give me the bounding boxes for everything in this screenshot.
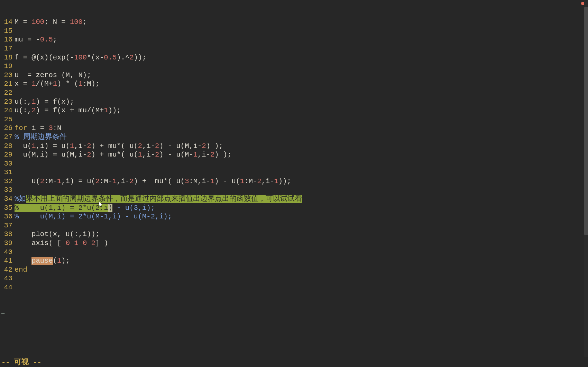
token-num: 1: [274, 177, 278, 185]
code-line[interactable]: 19: [0, 62, 588, 71]
code-line[interactable]: 26for i = 3:N: [0, 124, 588, 133]
token-num: 2: [138, 142, 142, 150]
scrollbar-thumb[interactable]: [584, 7, 588, 235]
code-line[interactable]: 29 u(M,i) = u(M,i-2) + mu*( u(1,i-2) - u…: [0, 150, 588, 159]
line-number: 36: [0, 212, 15, 221]
code-line[interactable]: 25: [0, 115, 588, 124]
line-number: 26: [0, 124, 15, 133]
code-content[interactable]: for i = 3:N: [15, 124, 61, 133]
code-content[interactable]: mu = -0.5;: [15, 35, 57, 44]
token-num: 100: [70, 18, 83, 26]
token-num: 2: [202, 142, 206, 150]
code-line[interactable]: 17: [0, 44, 588, 53]
token-num: 1: [57, 257, 61, 265]
code-content[interactable]: f = @(x)(exp(-100*(x-0.5).^2));: [15, 53, 146, 62]
line-number: 34: [0, 195, 15, 204]
token-num: 0.5: [104, 54, 117, 62]
token-ident: ,i-: [74, 142, 87, 150]
code-line[interactable]: 44: [0, 283, 588, 292]
code-content[interactable]: % u(1,i) = 2*u(2,i) - u(3,i);: [15, 204, 155, 213]
code-content[interactable]: end: [15, 265, 27, 274]
token-ident: :N: [53, 124, 62, 132]
token-num: 1: [57, 177, 61, 185]
code-line[interactable]: 23u(:,1) = f(x);: [0, 97, 588, 106]
token-ident: u(:,: [15, 106, 31, 114]
token-ident: ,i-: [197, 151, 210, 159]
code-line[interactable]: 24u(:,2) = f(x + mu/(M+1));: [0, 106, 588, 115]
code-content[interactable]: u(1,i) = u(1,i-2) + mu*( u(2,i-2) - u(M,…: [15, 142, 223, 151]
token-ident: [79, 239, 83, 247]
line-number: 18: [0, 53, 15, 62]
token-ident: ));: [134, 54, 146, 62]
code-content[interactable]: axis( [ 0 1 0 2] ): [15, 239, 108, 248]
code-content[interactable]: M = 100; N = 100;: [15, 18, 87, 27]
token-num: 1: [31, 98, 36, 106]
code-content[interactable]: u(:,2) = f(x + mu/(M+1));: [15, 106, 121, 115]
token-ident: u(: [15, 142, 31, 150]
token-num: 2: [31, 106, 36, 114]
line-number: 35: [0, 204, 15, 213]
code-line[interactable]: 41 pause(1);: [0, 256, 588, 265]
token-ident: ));: [108, 106, 121, 114]
code-line[interactable]: 16mu = -0.5;: [0, 35, 588, 44]
code-content[interactable]: %如果不用上面的周期边界条件，而是通过内部点来插值出边界点出的函数值，可以试试看: [15, 195, 302, 204]
code-line[interactable]: 28 u(1,i) = u(1,i-2) + mu*( u(2,i-2) - u…: [0, 142, 588, 151]
token-ident: M =: [15, 18, 31, 26]
token-num: 0.5: [40, 36, 53, 44]
line-number: 30: [0, 159, 15, 168]
code-line[interactable]: 37: [0, 221, 588, 230]
code-line[interactable]: 14M = 100; N = 100;: [0, 18, 588, 27]
code-line[interactable]: 31: [0, 168, 588, 177]
code-line[interactable]: 20u = zeros (M, N);: [0, 71, 588, 80]
code-line[interactable]: 39 axis( [ 0 1 0 2] ): [0, 239, 588, 248]
code-line[interactable]: 30: [0, 159, 588, 168]
code-line[interactable]: 21x = 1/(M+1) * (1:M);: [0, 79, 588, 88]
line-number: 22: [0, 88, 15, 97]
code-line[interactable]: 15: [0, 27, 588, 36]
line-number: 20: [0, 71, 15, 80]
code-content[interactable]: plot(x, u(:,i));: [15, 230, 100, 239]
code-line[interactable]: 43: [0, 274, 588, 283]
token-visual-sel: 果不用上面的周期边界条件，而是通过内部点来插值出边界点出的函数值，可以试试看: [26, 195, 302, 203]
code-content[interactable]: x = 1/(M+1) * (1:M);: [15, 79, 100, 88]
token-ident: [70, 239, 74, 247]
code-line[interactable]: 42end: [0, 265, 588, 274]
code-line[interactable]: 22: [0, 88, 588, 97]
token-ident: ,i) = u(: [61, 177, 95, 185]
code-content[interactable]: pause(1);: [15, 256, 70, 265]
line-number: 27: [0, 133, 15, 142]
code-content[interactable]: u(:,1) = f(x);: [15, 97, 74, 106]
token-visual-sel: % u(1,i) = 2*u(2,i: [15, 204, 108, 212]
token-num: 1: [138, 151, 142, 159]
token-ident: /(M+: [36, 80, 53, 88]
code-content[interactable]: % 周期边界条件: [15, 133, 67, 142]
token-ident: ) - u(M,i-: [159, 142, 202, 150]
scrollbar-track[interactable]: [584, 0, 588, 357]
code-content[interactable]: u(M,i) = u(M,i-2) + mu*( u(1,i-2) - u(M-…: [15, 150, 231, 159]
line-number: 25: [0, 115, 15, 124]
code-content[interactable]: u = zeros (M, N);: [15, 71, 91, 80]
token-comment: - u(3,i);: [112, 204, 155, 212]
token-ident: *(x-: [87, 54, 104, 62]
token-cursor-block: ): [108, 204, 112, 212]
code-line[interactable]: 27% 周期边界条件: [0, 133, 588, 142]
token-ident: f = @(x)(exp(-: [15, 54, 74, 62]
code-content[interactable]: u(2:M-1,i) = u(2:M-1,i-2) + mu*( u(3:M,i…: [15, 177, 291, 186]
code-content[interactable]: % u(M,i) = 2*u(M-1,i) - u(M-2,i);: [15, 212, 172, 221]
code-line[interactable]: 40: [0, 248, 588, 257]
token-num: 1: [112, 177, 117, 185]
line-number: 28: [0, 142, 15, 151]
token-ident: :M-: [44, 177, 57, 185]
code-line[interactable]: 33: [0, 186, 588, 195]
code-line[interactable]: 38 plot(x, u(:,i));: [0, 230, 588, 239]
token-ident: ] ): [95, 239, 108, 247]
token-num: 2: [257, 177, 261, 185]
code-line[interactable]: 32 u(2:M-1,i) = u(2:M-1,i-2) + mu*( u(3:…: [0, 177, 588, 186]
code-line[interactable]: 18f = @(x)(exp(-100*(x-0.5).^2));: [0, 53, 588, 62]
code-line[interactable]: 34%如果不用上面的周期边界条件，而是通过内部点来插值出边界点出的函数值，可以试…: [0, 195, 588, 204]
code-line[interactable]: 36% u(M,i) = 2*u(M-1,i) - u(M-2,i);: [0, 212, 588, 221]
code-editor[interactable]: 14M = 100; N = 100;1516mu = -0.5;1718f =…: [0, 0, 588, 357]
code-line[interactable]: 35% u(1,i) = 2*u(2,i) - u(3,i);: [0, 204, 588, 213]
line-number: 42: [0, 265, 15, 274]
line-number: 32: [0, 177, 15, 186]
